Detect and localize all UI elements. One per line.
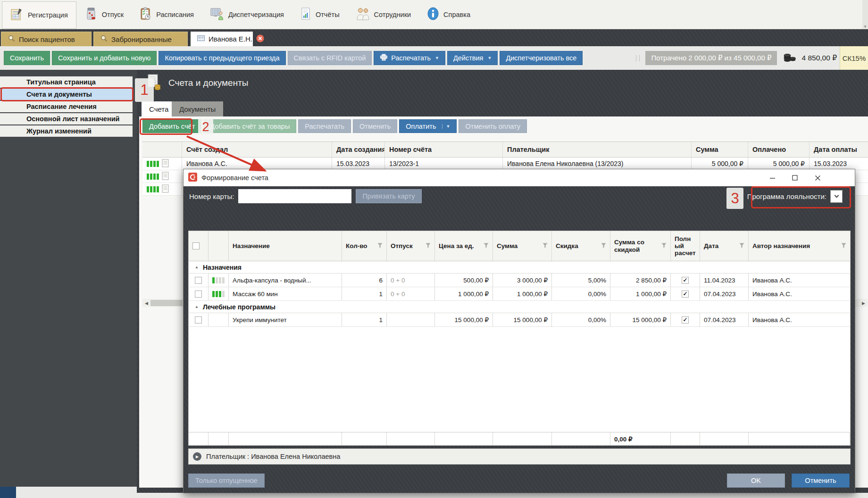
scrollbar-thumb[interactable]	[150, 300, 183, 306]
service-row[interactable]: Массаж 60 мин 1 0 + 0 1 000,00 ₽ 1 000,0…	[189, 287, 850, 301]
header-number[interactable]: Номер счёта	[385, 142, 503, 157]
close-icon[interactable]	[806, 169, 829, 186]
coins-icon	[784, 52, 796, 64]
cancel-payment-button[interactable]: Отменить оплату	[459, 119, 526, 133]
page-header: Счета и документы	[145, 74, 249, 92]
pay-dropdown-icon[interactable]: ▼	[442, 124, 451, 129]
rfid-button[interactable]: Связать с RFID картой	[288, 51, 372, 65]
header-paid[interactable]: Оплачено	[748, 142, 810, 157]
cell-payer: Иванова Елена Николаевна (13/2023)	[503, 158, 692, 170]
staff-people-icon	[356, 7, 370, 22]
header-unit-price[interactable]: Цена за ед.	[435, 231, 493, 261]
cell-sum: 5 000,00 ₽	[692, 158, 748, 170]
header-author[interactable]: Автор назначения	[749, 231, 850, 261]
ribbon-tab-help[interactable]: Справка	[419, 0, 478, 29]
header-full-calc[interactable]: Полный расчет	[671, 231, 700, 261]
collapse-icon[interactable]: ▲	[195, 305, 199, 309]
filter-icon[interactable]	[426, 242, 431, 249]
copy-previous-button[interactable]: Копировать с предыдущего приезда	[159, 51, 285, 65]
ribbon-tab-reports[interactable]: Отчёты	[292, 0, 348, 29]
save-and-add-button[interactable]: Сохранить и добавить новую	[52, 51, 157, 65]
sidebar-item-title-page[interactable]: Титульная страница	[0, 76, 133, 88]
pay-button[interactable]: Оплатить▼	[399, 119, 457, 133]
filter-icon[interactable]	[484, 242, 489, 249]
tab-patient-ivanova[interactable]: Иванова Е.Н.	[191, 32, 253, 46]
sidebar-item-change-log[interactable]: Журнал изменений	[0, 125, 133, 137]
only-released-button[interactable]: Только отпущенное	[188, 473, 265, 488]
tab-invoices[interactable]: Счета	[142, 101, 176, 116]
header-payer[interactable]: Плательщик	[503, 142, 692, 157]
add-goods-invoice-button[interactable]: Добавить счёт за товары	[203, 119, 296, 133]
print-invoice-button[interactable]: Распечатать	[298, 119, 351, 133]
header-sum[interactable]: Сумма	[692, 142, 748, 157]
tab-documents[interactable]: Документы	[172, 101, 223, 116]
filter-icon[interactable]	[601, 242, 606, 249]
ribbon-scrollbar[interactable]: ▼	[862, 0, 868, 29]
header-created[interactable]: Дата создания	[332, 142, 385, 157]
ribbon-tab-registration[interactable]: Регистрация	[2, 1, 76, 29]
collapse-icon[interactable]: ▲	[195, 265, 199, 269]
horizontal-scrollbar-left[interactable]: ◀	[142, 299, 186, 307]
header-service[interactable]: Назначение	[229, 231, 342, 261]
print-button[interactable]: Распечатать▼	[374, 51, 445, 65]
header-sum-discounted[interactable]: Сумма со скидкой	[610, 231, 671, 261]
header-qty[interactable]: Кол-во	[342, 231, 387, 261]
card-number-label: Номер карты:	[189, 192, 234, 200]
filter-icon[interactable]	[542, 242, 548, 249]
row-checkbox[interactable]	[195, 277, 202, 284]
cell-unit-price: 500,00 ₽	[435, 274, 493, 287]
row-checkbox[interactable]	[195, 316, 202, 324]
annotation-number-2: 2	[198, 119, 213, 135]
sidebar-item-treatment-schedule[interactable]: Расписание лечения	[0, 101, 133, 112]
filter-icon[interactable]	[377, 242, 383, 249]
tab-patient-search[interactable]: Поиск пациентов	[1, 32, 92, 46]
dispatch-all-button[interactable]: Диспетчеризовать все	[500, 51, 583, 65]
cancel-invoice-button[interactable]: Отменить	[353, 119, 397, 133]
horizontal-scrollbar-right[interactable]: ▶	[855, 299, 868, 307]
cell-date: 11.04.2023	[700, 274, 749, 287]
select-all-checkbox[interactable]	[192, 242, 200, 249]
scroll-right-icon[interactable]: ▶	[860, 301, 868, 306]
close-tab-icon[interactable]	[256, 34, 264, 44]
scroll-left-icon[interactable]: ◀	[142, 301, 150, 306]
filter-icon[interactable]	[661, 242, 667, 249]
header-discount[interactable]: Скидка	[552, 231, 610, 261]
group-row-treatment-programs[interactable]: ▲Лечебные программы	[189, 301, 850, 313]
card-number-input[interactable]	[238, 189, 351, 203]
cell-author: Иванова А.С.	[749, 274, 850, 287]
row-checkbox[interactable]	[195, 290, 202, 298]
annotation-box-step3	[751, 186, 851, 208]
save-button[interactable]: Сохранить	[4, 51, 50, 65]
ribbon-tab-schedules[interactable]: Расписания	[132, 0, 202, 29]
annotation-box-step2	[140, 118, 192, 135]
service-row[interactable]: Альфа-капсула - водный... 6 0 + 0 500,00…	[189, 274, 850, 287]
header-paid-date[interactable]: Дата оплаты	[810, 142, 868, 157]
header-release[interactable]: Отпуск	[387, 231, 435, 261]
ribbon-tab-staff[interactable]: Сотрудники	[348, 0, 419, 29]
header-date[interactable]: Дата	[700, 231, 749, 261]
minimize-icon[interactable]	[761, 169, 784, 186]
sidebar-item-prescription-sheet[interactable]: Основной лист назначений	[0, 113, 133, 124]
expand-icon[interactable]: ▶	[193, 452, 201, 461]
balance-amount: 4 850,00 ₽	[801, 54, 837, 62]
ribbon-tab-vacation[interactable]: Отпуск	[77, 0, 132, 29]
filter-icon[interactable]	[841, 242, 846, 249]
cell-author: Иванова А.С.	[749, 313, 850, 326]
full-calc-checkbox[interactable]	[682, 290, 689, 298]
annotation-box-step1	[0, 87, 134, 101]
ok-button[interactable]: OK	[727, 473, 785, 488]
group-row-prescriptions[interactable]: ▲Назначения	[189, 261, 850, 274]
header-sum[interactable]: Сумма	[493, 231, 552, 261]
actions-button[interactable]: Действия▼	[447, 51, 498, 65]
dialog-titlebar: Формирование счета	[184, 169, 855, 186]
full-calc-checkbox[interactable]	[682, 316, 689, 324]
tab-booked[interactable]: Забронированные	[93, 32, 188, 46]
cancel-button[interactable]: Отменить	[792, 473, 850, 488]
full-calc-checkbox[interactable]	[682, 277, 689, 284]
service-row[interactable]: Укрепи иммунитет 1 15 000,00 ₽ 15 000,00…	[189, 313, 850, 327]
cell-sum-discounted: 2 850,00 ₽	[610, 274, 671, 287]
ribbon-tab-dispatch[interactable]: Диспетчеризация	[202, 0, 292, 29]
bind-card-button[interactable]: Привязать карту	[356, 189, 421, 203]
maximize-icon[interactable]	[784, 169, 806, 186]
filter-icon[interactable]	[739, 242, 744, 249]
